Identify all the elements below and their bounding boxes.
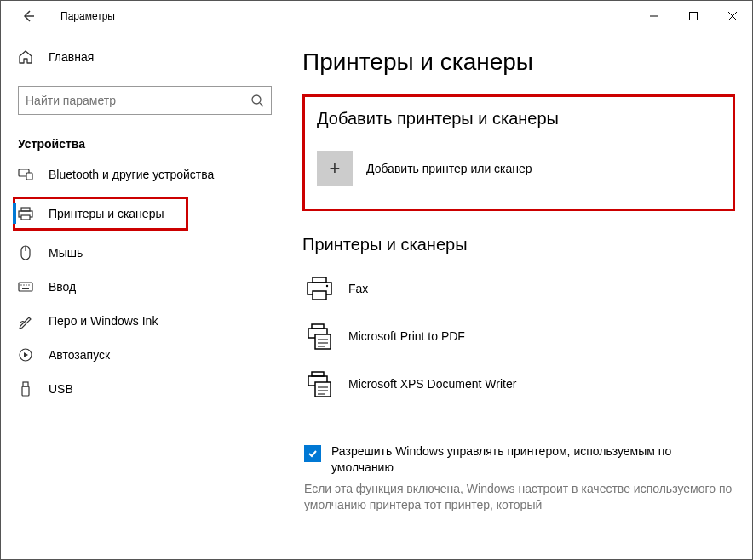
sidebar-item-mouse[interactable]: Мышь <box>1 236 290 270</box>
printer-icon <box>18 206 33 221</box>
sidebar-item-label: Принтеры и сканеры <box>49 207 164 220</box>
search-input[interactable] <box>26 94 250 107</box>
description-text: Если эта функция включена, Windows настр… <box>302 481 735 513</box>
check-icon <box>308 449 318 459</box>
svg-point-10 <box>23 284 24 285</box>
search-icon <box>250 94 264 107</box>
printer-item-xps[interactable]: Microsoft XPS Document Writer <box>302 360 735 408</box>
svg-rect-3 <box>26 173 32 180</box>
add-printer-button[interactable]: + Добавить принтер или сканер <box>317 151 721 186</box>
maximize-icon <box>689 12 698 20</box>
sidebar-item-pen[interactable]: Перо и Windows Ink <box>1 304 290 338</box>
minimize-icon <box>650 12 658 20</box>
svg-rect-19 <box>313 291 326 300</box>
home-icon <box>18 49 33 65</box>
home-label: Главная <box>49 50 94 64</box>
main-content: Принтеры и сканеры Добавить принтеры и с… <box>290 31 752 559</box>
svg-rect-16 <box>22 386 29 396</box>
app-title: Параметры <box>60 10 115 22</box>
add-printers-section: Добавить принтеры и сканеры + Добавить п… <box>302 94 735 211</box>
sidebar-item-usb[interactable]: USB <box>1 372 290 406</box>
minimize-button[interactable] <box>635 3 674 30</box>
page-title: Принтеры и сканеры <box>302 49 735 76</box>
arrow-left-icon <box>21 9 35 23</box>
printer-name: Fax <box>348 282 368 295</box>
default-printer-checkbox-row[interactable]: Разрешить Windows управлять принтером, и… <box>302 443 735 476</box>
sidebar-item-typing[interactable]: Ввод <box>1 270 290 304</box>
close-button[interactable] <box>713 3 752 30</box>
printer-item-pdf[interactable]: Microsoft Print to PDF <box>302 312 735 360</box>
checkbox-checked[interactable] <box>304 445 321 462</box>
home-nav-item[interactable]: Главная <box>1 40 290 74</box>
svg-point-20 <box>326 285 328 287</box>
titlebar: Параметры <box>1 1 752 31</box>
window-controls <box>635 3 752 30</box>
printer-name: Microsoft Print to PDF <box>348 329 465 343</box>
sidebar-item-label: Перо и Windows Ink <box>49 314 158 328</box>
printer-item-fax[interactable]: Fax <box>302 265 735 312</box>
fax-icon <box>304 273 335 304</box>
pen-icon <box>18 313 33 329</box>
svg-rect-15 <box>23 382 28 386</box>
svg-rect-6 <box>21 215 30 220</box>
sidebar-item-printers[interactable]: Принтеры и сканеры <box>13 197 188 231</box>
devices-icon <box>18 167 33 182</box>
back-button[interactable] <box>16 4 40 28</box>
mouse-icon <box>18 245 33 260</box>
svg-point-12 <box>28 284 29 285</box>
sidebar-item-label: Bluetooth и другие устройства <box>49 168 214 181</box>
svg-rect-8 <box>19 283 32 291</box>
svg-rect-17 <box>313 277 326 283</box>
sidebar-item-label: Автозапуск <box>49 348 110 362</box>
print-to-file-icon <box>304 369 335 399</box>
svg-rect-0 <box>690 13 698 20</box>
checkbox-label: Разрешить Windows управлять принтером, и… <box>331 443 735 476</box>
autoplay-icon <box>18 347 33 363</box>
printers-list-title: Принтеры и сканеры <box>302 235 735 254</box>
keyboard-icon <box>18 279 33 294</box>
search-box[interactable] <box>18 86 272 115</box>
svg-point-9 <box>20 284 21 285</box>
sidebar-item-label: USB <box>49 382 73 396</box>
plus-icon: + <box>317 151 353 186</box>
svg-rect-13 <box>22 288 29 289</box>
usb-icon <box>18 381 33 397</box>
sidebar-item-label: Ввод <box>49 280 76 294</box>
svg-point-11 <box>26 284 26 285</box>
sidebar-item-bluetooth[interactable]: Bluetooth и другие устройства <box>1 157 290 191</box>
category-header: Устройства <box>18 137 290 151</box>
add-section-title: Добавить принтеры и сканеры <box>317 109 721 129</box>
sidebar-item-autoplay[interactable]: Автозапуск <box>1 338 290 372</box>
print-to-file-icon <box>304 321 335 351</box>
svg-point-1 <box>252 95 261 104</box>
add-button-label: Добавить принтер или сканер <box>366 162 532 175</box>
maximize-button[interactable] <box>674 3 713 30</box>
printer-name: Microsoft XPS Document Writer <box>348 377 516 391</box>
sidebar-item-label: Мышь <box>49 246 83 260</box>
close-icon <box>728 12 737 20</box>
svg-rect-4 <box>21 208 30 211</box>
sidebar: Главная Устройства Bluetooth и другие ус… <box>1 31 290 559</box>
